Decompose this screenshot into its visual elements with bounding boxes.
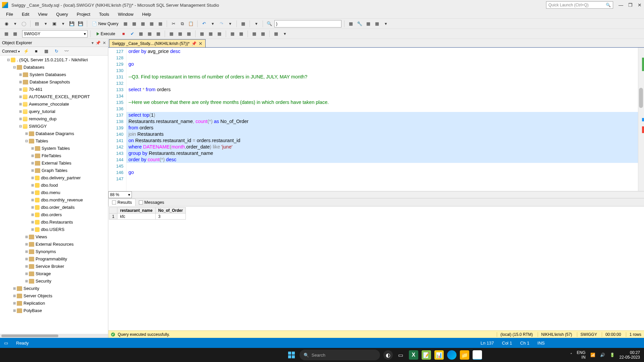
- object-explorer-tree[interactable]: ⊟. (SQL Server 15.0.2101.7 - Nikhil\kri⊟…: [0, 56, 108, 338]
- code-line[interactable]: go: [128, 169, 644, 176]
- restore-button[interactable]: ❐: [628, 3, 633, 7]
- tree-node[interactable]: ⊟. (SQL Server 15.0.2101.7 - Nikhil\kri: [0, 56, 108, 64]
- new-item-button[interactable]: ▤: [33, 20, 41, 27]
- table-row[interactable]: 1kfc3: [109, 214, 186, 220]
- code-line[interactable]: [128, 55, 644, 61]
- undo-button[interactable]: ↶: [200, 20, 208, 27]
- expander-icon[interactable]: ⊟: [24, 137, 29, 145]
- xmla-query-button[interactable]: ▦: [157, 20, 164, 27]
- new-query-button[interactable]: 📄 New Query: [90, 20, 120, 27]
- expander-icon[interactable]: ⊞: [30, 219, 35, 226]
- expander-icon[interactable]: ⊞: [24, 263, 29, 270]
- uncomment-button[interactable]: ▦: [237, 30, 245, 38]
- panel-close-icon[interactable]: ✕: [103, 41, 106, 45]
- code-line[interactable]: --Q3. Find top restaurant in terms of nu…: [128, 74, 644, 80]
- new-item-dropdown[interactable]: ▾: [42, 20, 49, 27]
- tool-icon-1[interactable]: ▦: [347, 20, 355, 27]
- notepadpp-icon[interactable]: 📝: [422, 350, 431, 360]
- parse-button[interactable]: ✔: [128, 30, 136, 38]
- expander-icon[interactable]: ⊞: [24, 270, 29, 278]
- open-file-button[interactable]: ▣: [51, 20, 58, 27]
- code-line[interactable]: [128, 176, 644, 182]
- tool-icon-3[interactable]: ▦: [365, 20, 372, 27]
- expander-icon[interactable]: ⊞: [18, 71, 23, 78]
- undo-dropdown[interactable]: ▾: [209, 20, 216, 27]
- tree-node[interactable]: ⊞Awesome_chocolate: [0, 101, 108, 108]
- tray-chevron-icon[interactable]: ˄: [570, 353, 572, 357]
- expander-icon[interactable]: ⊞: [18, 86, 23, 93]
- find-in-files-icon[interactable]: 🔍: [266, 20, 273, 27]
- intellisense-button[interactable]: ▦: [155, 30, 162, 38]
- editor-horizontal-scrollbar[interactable]: [133, 192, 644, 197]
- cell[interactable]: kfc: [117, 214, 156, 220]
- volume-icon[interactable]: 🔊: [600, 353, 605, 357]
- database-selector[interactable]: SWIGGY ▾: [22, 30, 88, 38]
- menu-help[interactable]: Help: [138, 11, 155, 17]
- find-dropdown[interactable]: ▾: [253, 20, 260, 27]
- comment-button[interactable]: ▦: [229, 30, 236, 38]
- minimize-button[interactable]: —: [619, 3, 623, 7]
- expander-icon[interactable]: ⊞: [18, 101, 23, 108]
- tree-node[interactable]: ⊞System Tables: [0, 145, 108, 152]
- expander-icon[interactable]: ⊞: [18, 115, 23, 123]
- code-line[interactable]: go: [128, 61, 644, 67]
- language-indicator[interactable]: ENG IN: [577, 350, 586, 360]
- menu-edit[interactable]: Edit: [18, 11, 33, 17]
- activity-monitor-button[interactable]: ▦: [239, 20, 247, 27]
- tree-node[interactable]: ⊞Security: [0, 278, 108, 285]
- tree-node[interactable]: ⊟Tables: [0, 137, 108, 145]
- tree-node[interactable]: ⊞FileTables: [0, 152, 108, 160]
- expander-icon[interactable]: ⊞: [30, 196, 35, 204]
- expander-icon[interactable]: ⊞: [18, 78, 23, 86]
- tab-pin-icon[interactable]: 📌: [192, 41, 197, 46]
- results-text-button[interactable]: ▦: [198, 30, 206, 38]
- execute-button[interactable]: Execute: [93, 30, 118, 38]
- code-line[interactable]: [128, 106, 644, 112]
- expander-icon[interactable]: ⊟: [12, 64, 17, 71]
- code-line[interactable]: [128, 67, 644, 74]
- expander-icon[interactable]: ⊞: [24, 233, 29, 241]
- ssms-taskbar-icon[interactable]: ▦: [473, 350, 482, 360]
- expander-icon[interactable]: ⊞: [12, 285, 17, 292]
- expander-icon[interactable]: ⊞: [12, 292, 17, 300]
- tree-node[interactable]: ⊞Views: [0, 233, 108, 241]
- tree-node[interactable]: ⊞dbo.orders: [0, 211, 108, 219]
- excel-icon[interactable]: X: [409, 350, 418, 360]
- tab-close-icon[interactable]: ✕: [199, 41, 203, 46]
- redo-dropdown[interactable]: ▾: [226, 20, 234, 27]
- toolbar-overflow-2[interactable]: ▾: [281, 30, 288, 38]
- filter-icon[interactable]: ▦: [43, 48, 50, 55]
- menu-query[interactable]: Query: [52, 11, 72, 17]
- pulse-icon[interactable]: 〰: [63, 48, 70, 55]
- mdx-query-button[interactable]: ▦: [139, 20, 147, 27]
- available-db-icon[interactable]: ▦: [11, 30, 19, 38]
- tree-node[interactable]: ⊞dbo.Restaurants: [0, 219, 108, 226]
- menu-file[interactable]: File: [2, 11, 17, 17]
- find-textbox[interactable]: [274, 20, 341, 27]
- scroll-thumb[interactable]: [639, 88, 643, 108]
- tree-node[interactable]: ⊞dbo.food: [0, 182, 108, 189]
- connect-button[interactable]: Connect ▾: [2, 49, 20, 54]
- tree-node[interactable]: ⊞External Resources: [0, 241, 108, 248]
- menu-window[interactable]: Window: [114, 11, 138, 17]
- include-client-stats-button[interactable]: ▦: [185, 30, 193, 38]
- code-line[interactable]: order by avg_price desc: [128, 48, 644, 55]
- navigate-forward-button[interactable]: ◯: [20, 20, 28, 27]
- specify-values-button[interactable]: ▦: [272, 30, 280, 38]
- tree-node[interactable]: ⊞Synonyms: [0, 248, 108, 255]
- tree-node[interactable]: ⊞Database Snapshots: [0, 78, 108, 86]
- tree-node[interactable]: ⊞PolyBase: [0, 307, 108, 314]
- document-tab-active[interactable]: Swiggy _Case_Study....(NIKHIL\krish (57)…: [109, 39, 206, 47]
- taskbar-search[interactable]: 🔍 Search: [300, 350, 380, 360]
- tool-icon-4[interactable]: ▦: [373, 20, 381, 27]
- task-view-icon[interactable]: ▭: [396, 350, 406, 360]
- tree-node[interactable]: ⊟Databases: [0, 64, 108, 71]
- menu-project[interactable]: Project: [73, 11, 94, 17]
- tree-node[interactable]: ⊞Server Objects: [0, 292, 108, 300]
- expander-icon[interactable]: ⊞: [18, 108, 23, 115]
- expander-icon[interactable]: ⊞: [30, 174, 35, 182]
- tree-node[interactable]: ⊞Graph Tables: [0, 167, 108, 174]
- expander-icon[interactable]: ⊞: [30, 167, 35, 174]
- tree-node[interactable]: ⊞AUTOMATE_EXCEL_REPORT: [0, 93, 108, 101]
- include-stats-button[interactable]: ▦: [176, 30, 184, 38]
